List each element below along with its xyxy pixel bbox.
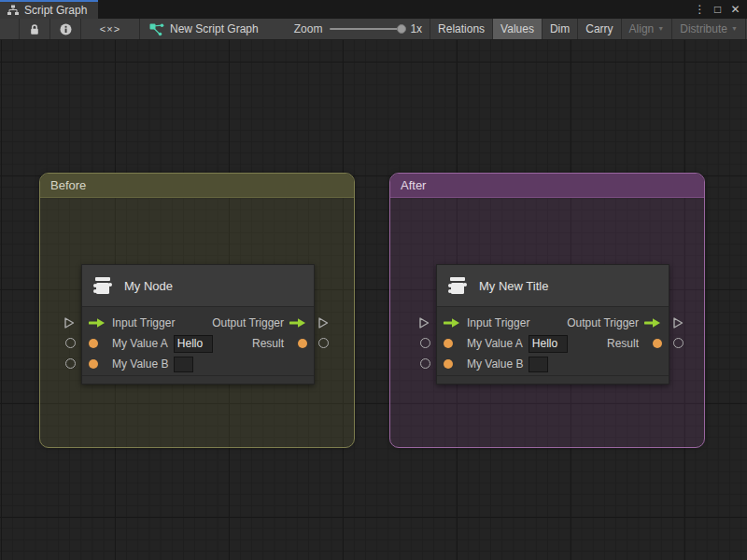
zoom-slider-handle[interactable] — [397, 24, 406, 34]
node-footer — [437, 375, 669, 384]
maximize-icon[interactable]: □ — [711, 3, 725, 16]
graph-hierarchy-icon — [7, 5, 19, 16]
value-port-dot-icon[interactable] — [444, 359, 461, 369]
script-graph-icon — [149, 22, 164, 36]
tab-bar: Script Graph ⋮ □ ✕ — [0, 0, 747, 19]
before-input-flow-port-triangle[interactable] — [63, 316, 76, 329]
close-icon[interactable]: ✕ — [728, 3, 742, 16]
port-label: Result — [252, 337, 284, 350]
toolbar-button-carry[interactable]: Carry — [577, 19, 620, 39]
graph-name-label: New Script Graph — [170, 22, 259, 35]
port-label: Result — [607, 337, 639, 350]
toolbar-button-dim[interactable]: Dim — [542, 19, 577, 39]
value-port-dot-icon[interactable] — [89, 359, 106, 369]
port-label: Input Trigger — [112, 316, 175, 329]
script-graph-window: Script Graph ⋮ □ ✕ <×> — [0, 0, 747, 560]
button-label: Distribute — [680, 19, 727, 39]
value-port-dot-icon[interactable] — [644, 339, 662, 348]
button-label: Values — [500, 19, 534, 39]
window-menu-icon[interactable]: ⋮ — [693, 3, 707, 16]
zoom-slider[interactable] — [330, 28, 402, 30]
dropdown-arrow-icon: ▼ — [731, 19, 738, 39]
after-result-port-circle[interactable] — [673, 338, 684, 348]
lock-button[interactable] — [20, 19, 49, 39]
node-after-ports: Input Trigger Output Trigger My Value A — [437, 307, 669, 374]
window-controls: ⋮ □ ✕ — [693, 0, 747, 19]
after-output-flow-port-triangle[interactable] — [672, 316, 684, 329]
group-before-header[interactable]: Before — [40, 174, 354, 198]
zoom-control: Zoom 1x — [294, 22, 422, 35]
node-before[interactable]: My Node Input Trigger Output Trigger — [81, 264, 315, 385]
code-icon: <×> — [100, 23, 120, 35]
after-value-a-port-circle[interactable] — [420, 338, 430, 348]
dropdown-arrow-icon: ▼ — [657, 19, 664, 39]
node-before-title: My Node — [124, 279, 173, 293]
port-row: Input Trigger Output Trigger — [437, 313, 669, 333]
value-b-input[interactable] — [174, 357, 193, 372]
port-label: My Value A — [112, 337, 168, 350]
unit-node-icon — [445, 273, 470, 298]
port-label: My Value A — [467, 337, 523, 350]
toolbar-button-align[interactable]: Align ▼ — [621, 19, 672, 39]
before-result-port-circle[interactable] — [318, 338, 329, 348]
node-after-header[interactable]: My New Title — [437, 265, 669, 307]
info-icon — [60, 23, 72, 35]
code-view-button[interactable]: <×> — [81, 19, 139, 39]
graph-asset-button[interactable]: New Script Graph — [140, 19, 268, 39]
port-row: My Value A Result — [437, 333, 669, 354]
group-after-title: After — [401, 178, 426, 192]
after-input-flow-port-triangle[interactable] — [418, 316, 430, 329]
graph-canvas[interactable]: Before After My Node — [0, 40, 747, 560]
port-row: My Value B — [82, 354, 314, 374]
value-a-input[interactable] — [174, 335, 213, 353]
unit-node-icon — [91, 273, 115, 298]
toolbar-button-relations[interactable]: Relations — [430, 19, 492, 39]
node-before-ports: Input Trigger Output Trigger My Value A — [82, 307, 314, 374]
button-label: Carry — [585, 19, 613, 39]
value-b-input[interactable] — [529, 357, 548, 372]
toolbar-button-distribute[interactable]: Distribute ▼ — [671, 19, 745, 39]
toolbar-toggle-group: Relations Values Dim Carry Align ▼ Distr… — [430, 19, 747, 39]
value-port-dot-icon[interactable] — [444, 339, 461, 348]
node-footer — [82, 375, 314, 384]
graph-toolbar: <×> New Script Graph Zoom 1x Relations V… — [0, 19, 747, 40]
group-before-title: Before — [50, 178, 86, 192]
port-label: My Value B — [467, 357, 523, 371]
value-a-input[interactable] — [529, 335, 568, 353]
before-value-a-port-circle[interactable] — [65, 338, 76, 348]
after-value-b-port-circle[interactable] — [420, 358, 430, 369]
port-row: Input Trigger Output Trigger — [82, 313, 314, 333]
lock-icon — [29, 23, 40, 35]
toolbar-button-values[interactable]: Values — [492, 19, 542, 39]
port-row: My Value B — [437, 354, 669, 374]
port-label: Output Trigger — [567, 316, 639, 329]
output-trigger-arrow-icon[interactable] — [289, 317, 307, 329]
before-value-b-port-circle[interactable] — [65, 358, 76, 369]
node-after[interactable]: My New Title Input Trigger Output Trigge… — [436, 264, 669, 385]
node-after-title: My New Title — [479, 279, 548, 293]
tab-script-graph[interactable]: Script Graph — [0, 0, 98, 19]
before-output-flow-port-triangle[interactable] — [317, 316, 330, 329]
input-trigger-arrow-icon[interactable] — [444, 317, 461, 329]
port-label: Output Trigger — [212, 316, 284, 329]
output-trigger-arrow-icon[interactable] — [644, 317, 662, 329]
button-label: Relations — [438, 19, 485, 39]
port-row: My Value A Result — [82, 333, 314, 354]
node-before-header[interactable]: My Node — [82, 265, 314, 307]
port-label: Input Trigger — [467, 316, 529, 329]
zoom-label: Zoom — [294, 22, 323, 35]
tab-title: Script Graph — [24, 4, 87, 17]
value-port-dot-icon[interactable] — [89, 339, 106, 348]
button-label: Dim — [550, 19, 570, 39]
group-after-header[interactable]: After — [390, 174, 704, 198]
info-button[interactable] — [50, 19, 80, 39]
input-trigger-arrow-icon[interactable] — [89, 317, 106, 329]
port-label: My Value B — [112, 357, 168, 371]
button-label: Align — [629, 19, 655, 39]
zoom-value: 1x — [410, 22, 422, 35]
value-port-dot-icon[interactable] — [289, 339, 307, 348]
